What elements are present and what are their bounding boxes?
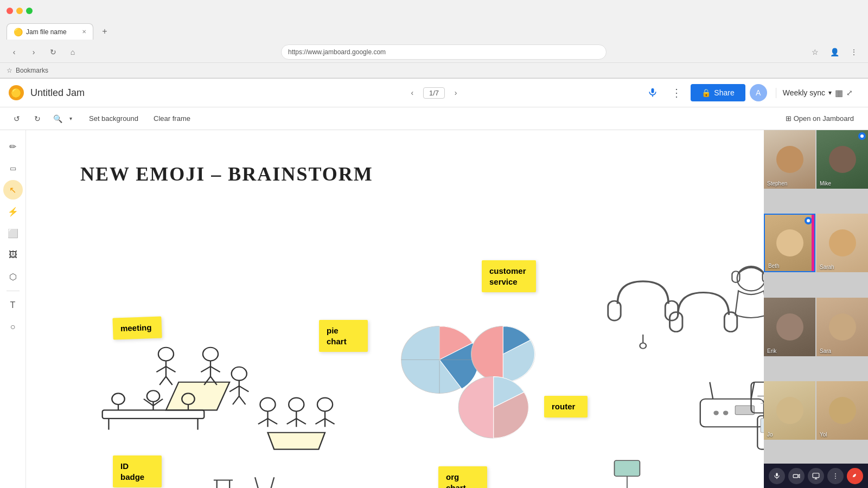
sticky-note-customer-service[interactable]: customerservice — [482, 260, 536, 292]
pie-chart-2 — [471, 326, 535, 382]
tab-close-btn[interactable]: ✕ — [82, 29, 86, 35]
redo-btn[interactable]: ↻ — [29, 111, 46, 127]
reload-btn[interactable]: ↻ — [46, 44, 61, 60]
svg-point-24 — [112, 393, 124, 404]
svg-line-7 — [159, 376, 166, 384]
close-window-btn[interactable] — [7, 8, 13, 14]
zoom-dropdown-btn[interactable]: ▾ — [66, 111, 75, 126]
bookmark-star-btn[interactable]: ☆ — [807, 44, 822, 60]
svg-point-128 — [860, 134, 864, 138]
svg-rect-0 — [652, 88, 654, 93]
minimize-window-btn[interactable] — [16, 8, 23, 14]
zoom-btn[interactable]: 🔍 — [50, 111, 65, 126]
tool-image-btn[interactable]: 🖼 — [3, 245, 23, 265]
sticky-note-pie-chart[interactable]: piechart — [319, 320, 368, 352]
frame-next-btn[interactable]: › — [449, 86, 462, 99]
main-content: ✏ ▭ ↖ ⚡ ⬜ 🖼 ⬡ T ○ NEW EMOJI – BRAINSTORM… — [0, 130, 868, 488]
forward-btn[interactable]: › — [26, 44, 41, 60]
browser-tab-active[interactable]: 🟡 Jam file name ✕ — [7, 23, 93, 40]
mic-btn[interactable] — [643, 83, 662, 102]
toolbar-bar: ↺ ↻ 🔍 ▾ Set background Clear frame ⊞ Ope… — [0, 107, 868, 130]
svg-rect-110 — [614, 460, 640, 476]
browser-nav: ‹ › ↻ ⌂ https://www.jamboard.google.com … — [0, 41, 868, 63]
user-avatar[interactable]: A — [750, 84, 767, 101]
header-more-btn[interactable]: ⋮ — [667, 83, 686, 102]
sticky-note-meeting[interactable]: meeting — [112, 317, 162, 340]
svg-rect-132 — [793, 474, 798, 478]
router-sketch — [700, 382, 764, 427]
home-btn[interactable]: ⌂ — [65, 44, 80, 60]
frame-prev-btn[interactable]: ‹ — [406, 86, 419, 99]
vc-camera-btn[interactable] — [788, 468, 805, 484]
app-title[interactable]: Untitled Jam — [30, 87, 643, 99]
sticky-note-org-chart[interactable]: orgchart — [438, 466, 487, 488]
video-cell-jo[interactable]: Jo — [764, 381, 815, 440]
video-cell-stephen[interactable]: Stephen — [764, 130, 815, 189]
browser-chrome: 🟡 Jam file name ✕ + ‹ › ↻ ⌂ https://www.… — [0, 0, 868, 79]
headphone-2 — [669, 293, 737, 332]
frame-counter[interactable]: 1/7 — [423, 87, 445, 99]
svg-line-43 — [325, 419, 335, 424]
bookmarks-label: Bookmarks — [16, 67, 48, 74]
video-cell-sara[interactable]: Sara — [816, 298, 868, 356]
svg-point-3 — [158, 348, 174, 361]
vc-end-call-btn[interactable] — [847, 468, 863, 484]
browser-tab-bar: 🟡 Jam file name ✕ + — [0, 22, 868, 41]
video-grid: Stephen Mike Beth — [764, 130, 868, 464]
tool-shapes-btn[interactable]: ⬡ — [3, 267, 23, 286]
open-jamboard-btn[interactable]: ⊞ Open on Jamboard — [780, 111, 859, 126]
sticky-note-router[interactable]: router — [544, 396, 588, 418]
tool-text-btn[interactable]: T — [3, 296, 23, 315]
pie-chart-1 — [401, 326, 478, 394]
svg-line-6 — [166, 367, 176, 372]
set-background-btn[interactable]: Set background — [84, 111, 144, 126]
svg-point-40 — [317, 398, 333, 412]
svg-line-60 — [710, 382, 713, 399]
user-profile-btn[interactable]: 👤 — [827, 44, 842, 60]
meeting-grid-btn[interactable]: ▦ — [835, 88, 843, 98]
video-cell-mike[interactable]: Mike — [816, 130, 868, 189]
svg-rect-58 — [763, 271, 764, 282]
new-tab-btn[interactable]: + — [98, 24, 112, 38]
participant-name-yol: Yol — [820, 432, 827, 438]
svg-line-42 — [315, 419, 325, 424]
svg-line-14 — [210, 376, 217, 384]
vc-mic-btn[interactable] — [769, 468, 785, 484]
tool-laser-btn[interactable]: ⚡ — [3, 202, 23, 221]
maximize-window-btn[interactable] — [26, 8, 33, 14]
bookmarks-bar: ☆ Bookmarks — [0, 63, 868, 78]
clear-frame-btn[interactable]: Clear frame — [148, 111, 196, 126]
address-bar[interactable]: https://www.jamboard.google.com — [281, 44, 607, 60]
svg-rect-59 — [700, 399, 764, 427]
tool-circle-btn[interactable]: ○ — [3, 317, 23, 337]
meeting-table-sketch — [156, 348, 248, 410]
app-header: 🟡 Untitled Jam ‹ 1/7 › ⋮ 🔒 Share A Weekl… — [0, 79, 868, 107]
sticky-note-id-badge[interactable]: IDbadge — [113, 455, 162, 487]
meeting-dropdown-btn[interactable]: ▾ — [828, 89, 832, 97]
printer-sketch — [751, 382, 764, 413]
vc-screen-share-btn[interactable] — [808, 468, 824, 484]
meeting-expand-btn[interactable]: ⤢ — [846, 88, 853, 97]
share-btn[interactable]: 🔒 Share — [691, 84, 745, 101]
canvas-area[interactable]: NEW EMOJI – BRAINSTORM meeting piechart … — [26, 130, 764, 488]
svg-line-11 — [201, 367, 210, 372]
svg-marker-2 — [166, 382, 229, 410]
lock-icon: 🔒 — [701, 88, 711, 97]
tool-select-btn[interactable]: ↖ — [3, 180, 23, 200]
browser-more-btn[interactable]: ⋮ — [846, 44, 861, 60]
svg-point-137 — [835, 473, 836, 474]
video-cell-beth[interactable]: Beth — [764, 214, 815, 272]
tool-sticky-btn[interactable]: ⬜ — [3, 223, 23, 243]
video-cell-yol[interactable]: Yol — [816, 381, 868, 440]
video-cell-erik[interactable]: Erik — [764, 298, 815, 356]
svg-rect-54 — [669, 312, 682, 332]
tool-pen-btn[interactable]: ✏ — [3, 137, 23, 156]
participant-name-mike: Mike — [820, 181, 831, 187]
vc-more-btn[interactable] — [827, 468, 844, 484]
video-cell-sarah[interactable]: Sarah — [816, 214, 868, 272]
svg-point-53 — [640, 343, 646, 348]
svg-line-17 — [229, 386, 239, 391]
undo-btn[interactable]: ↺ — [9, 111, 25, 127]
back-btn[interactable]: ‹ — [7, 44, 22, 60]
tool-eraser-btn[interactable]: ▭ — [3, 158, 23, 178]
